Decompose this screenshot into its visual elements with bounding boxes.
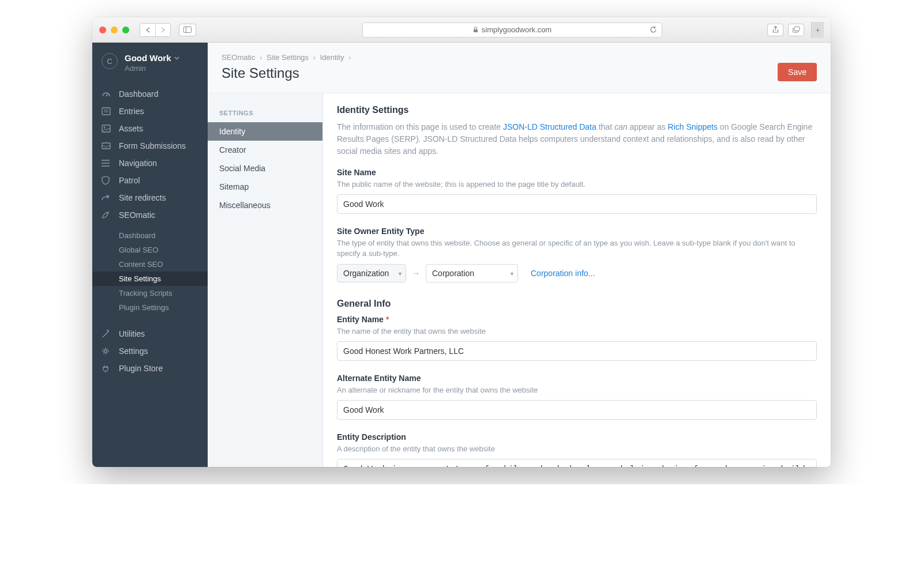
corporation-info-link[interactable]: Corporation info... [531,269,595,278]
sidebar-item-assets[interactable]: Assets [92,120,208,137]
sidebar-item-dashboard[interactable]: Dashboard [92,85,208,103]
entity-type-select-a[interactable]: Organization [337,264,406,282]
image-icon [102,125,112,133]
main-sidebar: C Good Work Admin Dashboard Entries Asse… [92,43,208,467]
reload-icon[interactable] [650,26,657,33]
field-entity-type: Site Owner Entity Type The type of entit… [337,227,817,282]
org-avatar: C [102,53,118,69]
jsonld-link[interactable]: JSON-LD Structured Data [503,122,596,131]
sidebar-item-entries[interactable]: Entries [92,103,208,120]
field-entity-name: Entity Name* The name of the entity that… [337,315,817,361]
app-body: C Good Work Admin Dashboard Entries Asse… [92,43,831,467]
browser-titlebar: simplygoodwork.com + [92,17,831,43]
site-name-label: Site Name [337,168,817,177]
sidebar-item-plugin-store[interactable]: Plugin Store [92,360,208,377]
leaf-icon [102,211,112,219]
settings-heading: SETTINGS [208,110,322,122]
share-button[interactable] [767,24,783,36]
entity-name-input[interactable] [337,341,817,361]
svg-rect-6 [102,108,110,115]
content: Identity Settings The information on thi… [323,93,831,467]
address-bar[interactable]: simplygoodwork.com [362,22,662,37]
svg-point-15 [104,350,107,353]
subnav-content-seo[interactable]: Content SEO [92,257,208,272]
lock-icon [473,27,478,33]
settings-tab-identity[interactable]: Identity [208,122,322,141]
breadcrumb-site-settings[interactable]: Site Settings [267,53,309,62]
identity-heading: Identity Settings [337,105,817,115]
wrench-icon [102,330,112,338]
svg-rect-4 [794,27,800,31]
back-button[interactable] [140,24,155,36]
sidebar-item-form-submissions[interactable]: Form Submissions [92,137,208,154]
new-tab-button[interactable]: + [811,22,824,38]
breadcrumb-seomatic[interactable]: SEOmatic [222,53,256,62]
sidebar-item-seomatic[interactable]: SEOmatic [92,206,208,224]
settings-tab-social-media[interactable]: Social Media [208,159,322,178]
subnav-global-seo[interactable]: Global SEO [92,243,208,257]
identity-description: The information on this page is used to … [337,121,817,157]
settings-sidebar: SETTINGS Identity Creator Social Media S… [208,93,323,467]
close-window-button[interactable] [99,27,106,33]
subnav-dashboard[interactable]: Dashboard [92,228,208,243]
settings-list: Identity Creator Social Media Sitemap Mi… [208,122,322,214]
general-info-heading: General Info [337,299,817,309]
field-site-name: Site Name The public name of the website… [337,168,817,214]
rich-snippets-link[interactable]: Rich Snippets [668,122,718,131]
maximize-window-button[interactable] [122,27,129,33]
plug-icon [102,364,112,372]
svg-line-5 [106,94,108,96]
sidebar-nav: Dashboard Entries Assets Form Submission… [92,81,208,228]
entity-name-help: The name of the entity that owns the web… [337,326,817,337]
chevron-right-icon: › [313,53,316,62]
alt-name-label: Alternate Entity Name [337,374,817,383]
alt-name-help: An alternate or nickname for the entity … [337,385,817,395]
save-button[interactable]: Save [778,63,817,81]
subnav-site-settings[interactable]: Site Settings [92,272,208,286]
sidebar-toggle-button[interactable] [179,24,196,36]
sidebar-item-site-redirects[interactable]: Site redirects [92,189,208,206]
sidebar-item-settings[interactable]: Settings [92,342,208,360]
entity-name-label: Entity Name* [337,315,817,324]
chevron-right-icon: › [260,53,262,62]
field-alt-name: Alternate Entity Name An alternate or ni… [337,374,817,420]
svg-rect-2 [474,29,478,32]
org-role: Admin [125,64,179,73]
newspaper-icon [102,107,112,115]
entity-type-help: The type of entity that owns this websit… [337,238,817,259]
forward-button[interactable] [155,24,170,36]
menu-icon [102,160,112,167]
org-name: Good Work [125,53,179,63]
sidebar-item-navigation[interactable]: Navigation [92,154,208,172]
alt-name-input[interactable] [337,400,817,420]
subnav-plugin-settings[interactable]: Plugin Settings [92,300,208,315]
settings-tab-sitemap[interactable]: Sitemap [208,178,322,196]
sidebar-item-utilities[interactable]: Utilities [92,325,208,342]
gear-icon [102,347,112,355]
svg-point-10 [104,127,106,129]
entity-type-select-b[interactable]: Corporation [426,264,518,282]
toolbar-right: + [767,22,824,38]
entity-desc-textarea[interactable]: Good Work is an expert team of mobile an… [337,459,817,467]
svg-rect-0 [184,27,192,33]
main-header: SEOmatic › Site Settings › Identity › Si… [208,43,831,93]
sidebar-item-patrol[interactable]: Patrol [92,172,208,189]
site-name-input[interactable] [337,194,817,214]
tabs-button[interactable] [788,24,804,36]
settings-tab-miscellaneous[interactable]: Miscellaneous [208,196,322,214]
sidebar-footer-nav: Utilities Settings Plugin Store [92,321,208,382]
page-title: Site Settings [222,65,354,81]
redirect-icon [102,194,112,201]
main-area: SEOmatic › Site Settings › Identity › Si… [208,43,831,467]
content-wrap: SETTINGS Identity Creator Social Media S… [208,93,831,467]
settings-tab-creator[interactable]: Creator [208,141,322,159]
subnav-tracking-scripts[interactable]: Tracking Scripts [92,286,208,300]
arrow-right-icon: → [412,269,420,278]
url-host: simplygoodwork.com [482,25,551,34]
minimize-window-button[interactable] [111,27,118,33]
browser-window: simplygoodwork.com + C Good Work [92,17,831,467]
org-block[interactable]: C Good Work Admin [92,43,208,81]
shield-icon [102,176,112,185]
breadcrumb-identity[interactable]: Identity [320,53,344,62]
entity-desc-help: A description of the entity that owns th… [337,444,817,454]
